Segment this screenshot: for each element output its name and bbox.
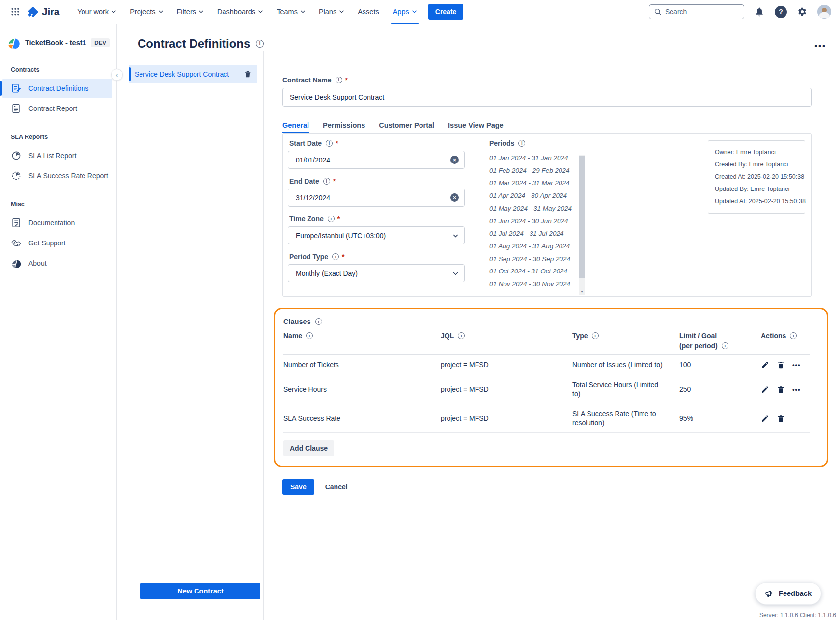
topnav-right-cluster: ? <box>649 4 831 19</box>
name-info-icon[interactable]: i <box>306 332 313 339</box>
help-icon[interactable]: ? <box>775 6 787 18</box>
general-tab-panel: Start Date i * ✕ End Date <box>282 133 812 297</box>
app-switcher-icon[interactable] <box>7 3 24 20</box>
page-header: Contract Definitions i ••• <box>117 24 840 51</box>
period-type-info-icon[interactable]: i <box>332 253 339 260</box>
clause-actions: ••• <box>761 361 810 369</box>
limit-goal-info-icon[interactable]: i <box>722 342 728 349</box>
nav-your-work[interactable]: Your work <box>70 0 123 24</box>
row-more-menu-icon[interactable]: ••• <box>792 362 801 368</box>
start-date-info-icon[interactable]: i <box>326 140 333 147</box>
period-type-select[interactable]: Monthly (Exact Day) <box>288 264 465 282</box>
tab-permissions[interactable]: Permissions <box>323 121 365 133</box>
clause-jql: project = MFSD <box>441 355 572 374</box>
sidebar-item-about[interactable]: About <box>2 253 112 273</box>
contract-name-info-icon[interactable]: i <box>336 77 342 83</box>
end-date-info-icon[interactable]: i <box>323 178 330 185</box>
search-input[interactable] <box>665 8 734 16</box>
sidebar-item-label: About <box>28 259 47 267</box>
column-header-jql: JQLi <box>441 332 572 340</box>
delete-trash-icon[interactable] <box>777 414 785 423</box>
nav-apps[interactable]: Apps <box>386 0 423 24</box>
section-label-contracts: Contracts <box>0 52 116 78</box>
page-more-menu-icon[interactable]: ••• <box>814 42 826 50</box>
sidebar-item-get-support[interactable]: Get Support <box>2 233 112 253</box>
contract-list-item[interactable]: Service Desk Support Contract <box>129 65 257 83</box>
sidebar-item-label: Contract Report <box>28 105 77 112</box>
nav-filters[interactable]: Filters <box>170 0 210 24</box>
ticketbook-logo-icon <box>7 36 21 50</box>
clause-type: Number of Issues (Limited to) <box>572 355 673 375</box>
get-support-handshake-icon <box>11 238 22 248</box>
meta-created-by: Created By: Emre Toptancı <box>715 159 798 171</box>
sidebar-item-contract-report[interactable]: Contract Report <box>2 99 112 118</box>
new-contract-button[interactable]: New Contract <box>140 583 260 599</box>
period-type-label: Period Type i * <box>288 253 465 261</box>
period-item: 01 Oct 2024 - 31 Oct 2024 <box>489 265 576 278</box>
type-info-icon[interactable]: i <box>592 332 599 339</box>
notifications-bell-icon[interactable] <box>754 6 765 17</box>
time-zone-select[interactable]: Europe/Istanbul (UTC+03:00) <box>288 226 465 244</box>
sla-list-report-icon <box>11 150 22 161</box>
clauses-info-icon[interactable]: i <box>315 318 322 325</box>
clause-name: SLA Success Rate <box>283 409 441 428</box>
sidebar-item-sla-list-report[interactable]: SLA List Report <box>2 146 112 165</box>
tab-issue-view-page[interactable]: Issue View Page <box>448 121 504 133</box>
jira-logo[interactable]: Jira <box>27 6 59 18</box>
edit-pencil-icon[interactable] <box>761 361 769 369</box>
app-header: TicketBook - test1 DEV <box>0 34 116 52</box>
page-title-info-icon[interactable]: i <box>256 40 264 48</box>
end-date-input[interactable] <box>288 189 465 207</box>
delete-contract-icon[interactable] <box>244 70 252 78</box>
clause-actions: ••• <box>761 385 810 394</box>
contract-name-input[interactable] <box>282 88 812 107</box>
chevron-down-icon <box>258 10 263 13</box>
delete-trash-icon[interactable] <box>777 385 785 394</box>
scrollbar-down-arrow-icon[interactable]: ▾ <box>579 288 585 295</box>
tab-customer-portal[interactable]: Customer Portal <box>379 121 434 133</box>
sidebar-item-contract-definitions[interactable]: Contract Definitions <box>2 79 112 98</box>
actions-info-icon[interactable]: i <box>790 332 797 339</box>
meta-updated-at: Updated At: 2025-02-20 15:50:38 <box>715 195 798 208</box>
nav-plans[interactable]: Plans <box>312 0 351 24</box>
user-avatar[interactable] <box>817 5 831 19</box>
edit-pencil-icon[interactable] <box>761 414 769 423</box>
delete-trash-icon[interactable] <box>777 361 785 369</box>
global-search[interactable] <box>649 4 744 19</box>
edit-pencil-icon[interactable] <box>761 385 769 394</box>
clear-end-date-icon[interactable]: ✕ <box>450 193 459 202</box>
sidebar-item-label: SLA Success Rate Report <box>28 172 108 180</box>
sidebar-item-documentation[interactable]: Documentation <box>2 213 112 233</box>
time-zone-info-icon[interactable]: i <box>328 216 335 222</box>
create-button[interactable]: Create <box>428 4 464 20</box>
sidebar-collapse-button[interactable]: ‹ <box>111 69 123 81</box>
nav-dashboards[interactable]: Dashboards <box>210 0 270 24</box>
period-item: 01 Sep 2024 - 30 Sep 2024 <box>489 253 576 266</box>
nav-projects[interactable]: Projects <box>123 0 169 24</box>
page-title: Contract Definitions i <box>138 37 263 51</box>
column-header-actions: Actionsi <box>761 332 810 340</box>
nav-teams[interactable]: Teams <box>270 0 312 24</box>
chevron-down-icon <box>199 10 203 13</box>
chevron-down-icon <box>159 10 163 13</box>
row-more-menu-icon[interactable]: ••• <box>792 386 801 393</box>
nav-assets[interactable]: Assets <box>351 0 386 24</box>
clause-jql: project = MFSD <box>441 380 572 399</box>
jql-info-icon[interactable]: i <box>458 332 465 339</box>
start-date-label: Start Date i * <box>288 139 465 147</box>
cancel-button[interactable]: Cancel <box>325 483 348 491</box>
clear-start-date-icon[interactable]: ✕ <box>450 156 459 164</box>
scrollbar-thumb[interactable] <box>579 156 585 278</box>
save-button[interactable]: Save <box>282 479 314 495</box>
periods-info-icon[interactable]: i <box>518 140 525 147</box>
app-sidebar: TicketBook - test1 DEV Contracts Contrac… <box>0 24 117 620</box>
sidebar-item-sla-success-rate-report[interactable]: SLA Success Rate Report <box>2 166 112 186</box>
periods-scrollbar[interactable]: ▾ <box>579 155 585 295</box>
section-label-misc: Misc <box>0 186 116 213</box>
feedback-button[interactable]: Feedback <box>755 582 821 605</box>
app-title: TicketBook - test1 <box>25 39 86 47</box>
settings-gear-icon[interactable] <box>797 6 808 17</box>
add-clause-button[interactable]: Add Clause <box>283 440 334 456</box>
start-date-input[interactable] <box>288 151 465 169</box>
tab-general[interactable]: General <box>282 121 309 133</box>
